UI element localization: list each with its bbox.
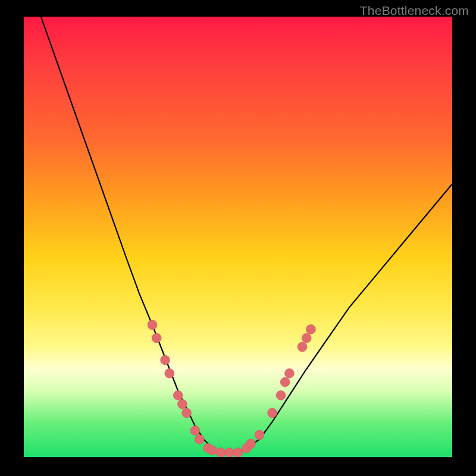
marker-dot: [306, 324, 315, 334]
marker-dot: [276, 390, 286, 400]
marker-dot: [177, 399, 187, 409]
marker-dot: [152, 333, 161, 343]
marker-dot: [268, 408, 277, 418]
marker-dot: [233, 448, 243, 457]
watermark-text: TheBottleneck.com: [360, 4, 469, 18]
marker-dot: [284, 368, 294, 378]
marker-dot: [195, 434, 204, 444]
chart-frame: TheBottleneck.com: [0, 0, 476, 476]
marker-dot: [182, 408, 192, 418]
marker-group: [148, 320, 315, 457]
marker-dot: [298, 342, 307, 352]
marker-dot: [148, 320, 157, 330]
marker-dot: [280, 377, 290, 387]
marker-dot: [225, 448, 234, 457]
plot-area: [24, 17, 452, 457]
marker-dot: [173, 390, 183, 400]
marker-dot: [190, 426, 200, 436]
chart-svg: [24, 17, 452, 457]
marker-dot: [216, 448, 226, 457]
bottleneck-curve: [41, 17, 452, 453]
marker-dot: [161, 355, 170, 365]
marker-dot: [165, 368, 174, 378]
marker-dot: [255, 430, 264, 440]
marker-dot: [208, 446, 217, 455]
marker-dot: [246, 439, 256, 449]
marker-dot: [302, 333, 311, 343]
